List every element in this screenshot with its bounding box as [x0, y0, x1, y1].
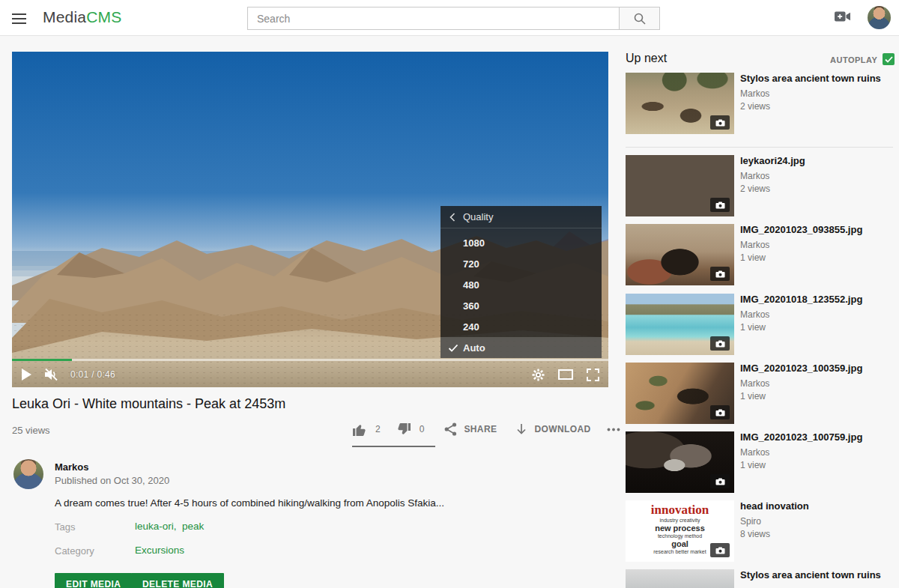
- media-description: A dream comes true! After 4-5 hours of c…: [55, 497, 474, 509]
- user-avatar[interactable]: [868, 6, 891, 29]
- up-next-views: 2 views: [740, 101, 893, 112]
- more-icon: [607, 428, 620, 431]
- up-next-item[interactable]: innovation industry creativity new proce…: [626, 500, 893, 562]
- media-type-badge: [710, 543, 730, 557]
- thumbs-up-icon: [352, 422, 367, 437]
- delete-media-button[interactable]: DELETE MEDIA: [131, 573, 224, 588]
- top-bar: MediaCMS: [0, 0, 899, 36]
- quality-option-1080[interactable]: 1080: [441, 232, 602, 253]
- up-next-item[interactable]: Stylos area ancient town ruins Markos 2 …: [626, 73, 893, 134]
- dislike-button[interactable]: 0: [396, 422, 425, 437]
- thumbs-down-icon: [396, 422, 411, 437]
- like-button[interactable]: 2: [352, 422, 381, 437]
- play-icon: [21, 369, 31, 381]
- media-type-badge: [710, 336, 730, 351]
- camera-icon: [715, 340, 725, 348]
- thumbnail-img-123552[interactable]: [626, 294, 734, 355]
- autoplay-checkbox[interactable]: [883, 53, 895, 65]
- tag-separator: ,: [174, 521, 177, 532]
- theater-mode-button[interactable]: [558, 369, 573, 380]
- download-button[interactable]: DOWNLOAD: [515, 423, 590, 436]
- thumbnail-leykaori24[interactable]: [626, 155, 734, 216]
- tags-label: Tags: [55, 521, 75, 533]
- video-upload-icon: [834, 10, 852, 23]
- quality-option-240[interactable]: 240: [441, 316, 602, 337]
- up-next-item[interactable]: IMG_20201023_100359.jpg Markos 1 view: [626, 363, 893, 424]
- up-next-title[interactable]: IMG_20201023_093855.jpg: [740, 224, 893, 236]
- up-next-title[interactable]: IMG_20201023_100759.jpg: [740, 431, 893, 443]
- play-button[interactable]: [21, 369, 31, 381]
- wordcloud-word: technology method: [626, 533, 734, 539]
- menu-icon[interactable]: [12, 10, 30, 25]
- wordcloud-word: industry creativity: [626, 518, 734, 524]
- settings-button[interactable]: [532, 369, 545, 381]
- tag-link-peak[interactable]: peak: [182, 521, 204, 532]
- up-next-item[interactable]: IMG_20201023_093855.jpg Markos 1 view: [626, 224, 893, 285]
- quality-options: 1080 720 480 360 240 Auto: [441, 228, 602, 358]
- logo[interactable]: MediaCMS: [43, 8, 121, 26]
- up-next-title[interactable]: IMG_20201018_123552.jpg: [740, 294, 893, 306]
- fullscreen-button[interactable]: [587, 369, 599, 381]
- video-player[interactable]: Quality 1080 720 480 360 240 Auto: [12, 52, 608, 387]
- quality-menu: Quality 1080 720 480 360 240 Auto: [441, 206, 602, 358]
- up-next-views: 1 view: [740, 460, 893, 470]
- thumbnail-stylos-ruins[interactable]: [626, 73, 734, 134]
- thumbnail-img-100759[interactable]: [626, 431, 734, 493]
- up-next-title[interactable]: leykaori24.jpg: [740, 155, 893, 167]
- time-display: 0:01 / 0:46: [70, 369, 115, 380]
- gear-icon: [532, 369, 545, 381]
- tag-link-leuka-ori[interactable]: leuka-ori: [135, 521, 174, 532]
- tags-list: leuka-ori, peak: [135, 521, 204, 532]
- camera-icon: [715, 409, 725, 416]
- quality-option-480[interactable]: 480: [441, 274, 602, 295]
- more-actions-button[interactable]: [607, 428, 620, 431]
- seek-bar[interactable]: [12, 359, 608, 361]
- check-icon: [448, 344, 458, 352]
- share-label: SHARE: [464, 424, 497, 434]
- up-next-title[interactable]: head inovation: [740, 500, 893, 512]
- search-input[interactable]: [247, 7, 620, 30]
- seek-bar-played: [12, 359, 72, 361]
- quality-option-360[interactable]: 360: [441, 295, 602, 316]
- up-next-views: 8 views: [740, 529, 893, 539]
- camera-icon: [715, 201, 725, 209]
- media-type-badge: [710, 474, 730, 488]
- wordcloud-word: new process: [626, 524, 734, 533]
- download-label: DOWNLOAD: [534, 424, 590, 434]
- action-bar: 2 0 SHARE DOWNLOAD: [352, 418, 620, 440]
- up-next-item[interactable]: leykaori24.jpg Markos 2 views: [626, 155, 893, 216]
- logo-media: Media: [43, 8, 86, 25]
- share-button[interactable]: SHARE: [444, 422, 497, 436]
- view-count: 25 views: [12, 425, 50, 436]
- quality-menu-back[interactable]: Quality: [441, 206, 602, 228]
- mute-button[interactable]: [43, 368, 58, 381]
- author-name[interactable]: Markos: [55, 461, 89, 473]
- up-next-views: 1 view: [740, 322, 893, 333]
- thumbnail-stylos-ruins-2[interactable]: [626, 569, 734, 588]
- up-next-item[interactable]: IMG_20201018_123552.jpg Markos 1 view: [626, 294, 893, 355]
- like-count: 2: [375, 424, 381, 434]
- thumbnail-innovation-wordcloud[interactable]: innovation industry creativity new proce…: [626, 500, 734, 562]
- up-next-author: Markos: [740, 378, 893, 389]
- quality-option-720[interactable]: 720: [441, 253, 602, 274]
- up-next-title[interactable]: Stylos area ancient town ruins: [740, 73, 893, 85]
- quality-option-auto-selected[interactable]: Auto: [441, 337, 602, 358]
- media-type-badge: [710, 115, 730, 130]
- up-next-item[interactable]: IMG_20201023_100759.jpg Markos 1 view: [626, 431, 893, 493]
- like-ratio-bar: [352, 446, 435, 447]
- fullscreen-icon: [587, 369, 599, 381]
- up-next-item[interactable]: Stylos area ancient town ruins: [626, 569, 893, 588]
- up-next-title[interactable]: IMG_20201023_100359.jpg: [740, 363, 893, 375]
- share-icon: [444, 422, 457, 436]
- thumbnail-img-093855[interactable]: [626, 224, 734, 285]
- edit-media-button[interactable]: EDIT MEDIA: [55, 573, 132, 588]
- upload-media-button[interactable]: [833, 9, 853, 25]
- search-button[interactable]: [620, 7, 660, 30]
- up-next-author: Markos: [740, 447, 893, 458]
- dislike-count: 0: [420, 424, 425, 434]
- mediacms-page: MediaCMS: [0, 0, 899, 588]
- thumbnail-img-100359[interactable]: [626, 363, 734, 424]
- up-next-title[interactable]: Stylos area ancient town ruins: [740, 569, 893, 581]
- category-link-excursions[interactable]: Excursions: [135, 545, 184, 556]
- author-avatar[interactable]: [13, 459, 43, 489]
